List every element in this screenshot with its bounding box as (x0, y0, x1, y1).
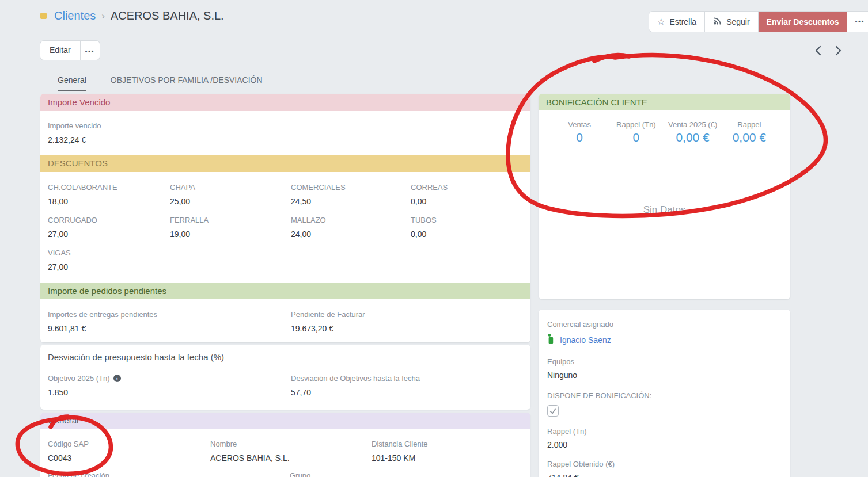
dispone-bonificacion-label: DISPONE DE BONIFICACIÓN: (547, 391, 782, 400)
field-ch-colaborante: CH.COLABORANTE 18,00 (48, 183, 170, 206)
field-value: 19,00 (170, 230, 291, 239)
field-vigas: VIGAS 27,00 (48, 249, 170, 272)
field-pendiente-facturar: Pendiente de Facturar 19.673,20 € (291, 310, 523, 333)
field-label: VIGAS (48, 249, 170, 257)
pager-next-button[interactable] (835, 45, 842, 56)
section-header-general: General (40, 413, 530, 429)
rappel-obtenido-label: Rappel Obtenido (€) (547, 460, 782, 468)
dispone-bonificacion-checkbox[interactable] (547, 405, 559, 417)
section-header-descuentos: DESCUENTOS (40, 155, 530, 172)
card-importes: Importe Vencido Importe vencido 2.132,24… (40, 94, 530, 342)
section-header-importe-vencido: Importe Vencido (40, 94, 530, 111)
app-square-icon (40, 13, 47, 19)
rappel-tn-label: Rappel (Tn) (547, 427, 782, 436)
page-title: ACEROS BAHIA, S.L. (111, 9, 224, 22)
kpi-value: 0 (551, 131, 608, 144)
field-label: Pendiente de Facturar (291, 310, 523, 319)
field-label-fecha-creacion: Fecha de creación (48, 471, 109, 477)
edit-more-button[interactable]: ••• (81, 41, 100, 60)
field-label: Importes de entregas pendientes (48, 310, 291, 319)
card-general: General Código SAP C0043 Nombre ACEROS B… (40, 413, 530, 477)
header-more-button[interactable]: ••• (847, 12, 868, 32)
comercial-asignado-link[interactable]: Ignacio Saenz (560, 335, 611, 345)
field-mallazo: MALLAZO 24,00 (291, 216, 411, 239)
field-label: MALLAZO (291, 216, 411, 224)
checkmark-icon (549, 407, 557, 415)
field-value: 9.601,81 € (48, 324, 291, 333)
field-value: 19.673,20 € (291, 324, 523, 333)
kpi-label: Rappel (721, 120, 778, 129)
field-entregas-pendientes: Importes de entregas pendientes 9.601,81… (48, 310, 291, 333)
ellipsis-icon: ••• (855, 18, 865, 25)
kpi-value: 0 (608, 131, 664, 144)
field-value: ACEROS BAHIA, S.L. (210, 453, 372, 463)
tab-general[interactable]: General (58, 75, 86, 91)
field-value: 27,00 (48, 262, 170, 272)
equipos-label: Equipos (547, 357, 782, 366)
field-label: CORREAS (411, 183, 523, 192)
field-label: Objetivo 2025 (Tn) i (48, 374, 291, 383)
breadcrumb: Clientes › ACEROS BAHIA, S.L. (40, 9, 224, 22)
kpi-label: Rappel (Tn) (608, 120, 664, 129)
follow-button[interactable]: Seguir (705, 12, 758, 32)
info-icon[interactable]: i (113, 375, 121, 382)
pedidos-fields: Importes de entregas pendientes 9.601,81… (40, 299, 530, 342)
field-value: C0043 (48, 453, 210, 463)
field-value: 0,00 (411, 230, 523, 239)
kpi-value: 0,00 € (721, 131, 778, 144)
rappel-obtenido-value: 714,84 € (547, 473, 782, 477)
card-detalles: Comercial asignado Ignacio Saenz Equipos… (539, 310, 790, 477)
desviacion-fields: Objetivo 2025 (Tn) i 1.850 Desviación de… (40, 362, 530, 410)
field-label: TUBOS (411, 216, 523, 224)
field-label: CHAPA (170, 183, 291, 192)
descuentos-fields: CH.COLABORANTE 18,00 CHAPA 25,00 COMERCI… (40, 172, 530, 283)
field-desviacion-objetivos: Desviación de Objetivos hasta la fecha 5… (291, 374, 523, 397)
field-label: FERRALLA (170, 216, 291, 224)
field-distancia-cliente: Distancia Cliente 101-150 KM (372, 440, 523, 463)
field-nombre: Nombre ACEROS BAHIA, S.L. (210, 440, 372, 463)
breadcrumb-clientes-link[interactable]: Clientes (54, 9, 96, 22)
field-tubos: TUBOS 0,00 (411, 216, 523, 239)
field-label: Nombre (210, 440, 372, 448)
field-chapa: CHAPA 25,00 (170, 183, 291, 206)
rss-icon (713, 17, 722, 27)
edit-toolbar: Editar ••• (40, 41, 100, 60)
kpi-label: Ventas (551, 120, 608, 129)
star-button[interactable]: ☆ Estrella (649, 12, 705, 32)
pager-prev-button[interactable] (814, 45, 821, 56)
field-value: 0,00 (411, 197, 523, 206)
record-pager (814, 45, 842, 56)
kpi-rappel: Rappel 0,00 € (721, 120, 778, 144)
field-ferralla: FERRALLA 19,00 (170, 216, 291, 239)
breadcrumb-separator: › (101, 10, 105, 22)
field-objetivo-2025: Objetivo 2025 (Tn) i 1.850 (48, 374, 291, 397)
field-value: 25,00 (170, 197, 291, 206)
field-label: Desviación de Objetivos hasta la fecha (291, 374, 523, 383)
kpi-ventas: Ventas 0 (551, 120, 608, 144)
field-label: Importe vencido (48, 121, 523, 130)
field-correas: CORREAS 0,00 (411, 183, 523, 206)
field-value: 27,00 (48, 230, 170, 239)
annotation-circle-bonificacion-overlap (594, 55, 629, 61)
field-corrugado: CORRUGADO 27,00 (48, 216, 170, 239)
general-partial-row: Fecha de creación Grupo (40, 471, 530, 477)
field-importe-vencido: Importe vencido 2.132,24 € (48, 121, 523, 144)
comercial-asignado-label: Comercial asignado (547, 320, 782, 329)
tab-bar: General OBJETIVOS POR FAMILIA /DESVIACIÓ… (58, 75, 263, 91)
send-discounts-label: Enviar Descuentos (767, 17, 839, 26)
field-value: 1.850 (48, 388, 291, 397)
edit-button[interactable]: Editar (40, 41, 81, 60)
ellipsis-icon: ••• (85, 48, 95, 55)
empty-state-text: Sin Datos (539, 204, 790, 216)
card-desviacion: Desviación de presupuesto hasta la fecha… (40, 345, 530, 410)
tab-objetivos[interactable]: OBJETIVOS POR FAMILIA /DESVIACIÓN (111, 75, 263, 91)
main-column: Importe Vencido Importe vencido 2.132,24… (40, 94, 530, 477)
send-discounts-button[interactable]: Enviar Descuentos (759, 12, 847, 32)
kpi-label: Venta 2025 (€) (665, 120, 721, 129)
field-value: 18,00 (48, 197, 170, 206)
field-label-grupo: Grupo (290, 471, 310, 477)
header-actions: ☆ Estrella Seguir Enviar Descuentos ••• (649, 12, 868, 32)
field-value: 24,50 (291, 197, 411, 206)
field-label-text: Objetivo 2025 (Tn) (48, 374, 110, 383)
star-button-label: Estrella (669, 17, 696, 26)
